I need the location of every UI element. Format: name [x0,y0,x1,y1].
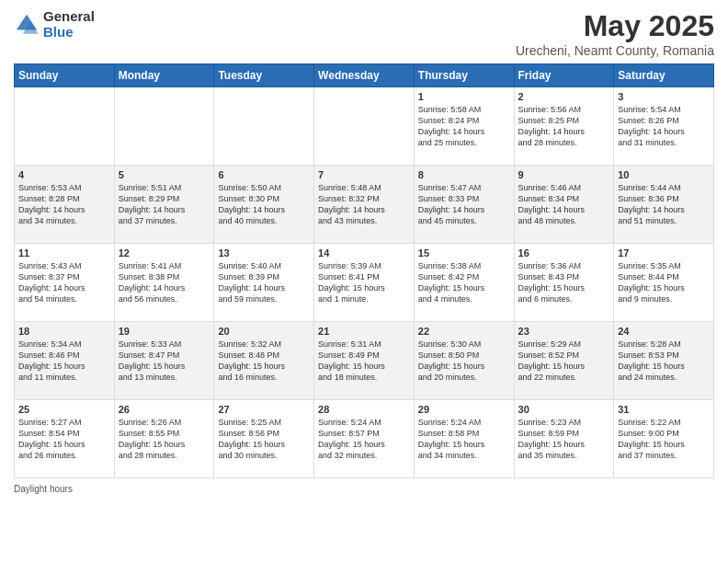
day-info: Sunrise: 5:23 AM Sunset: 8:59 PM Dayligh… [518,417,610,462]
day-info: Sunrise: 5:47 AM Sunset: 8:33 PM Dayligh… [418,182,510,227]
day-number: 29 [418,404,510,415]
day-number: 9 [518,169,610,180]
day-number: 8 [418,169,510,180]
calendar-cell: 29Sunrise: 5:24 AM Sunset: 8:58 PM Dayli… [414,400,514,478]
calendar-cell: 2Sunrise: 5:56 AM Sunset: 8:25 PM Daylig… [514,87,614,166]
day-info: Sunrise: 5:36 AM Sunset: 8:43 PM Dayligh… [518,260,610,305]
title-block: May 2025 Urecheni, Neamt County, Romania [516,9,714,58]
calendar-cell: 20Sunrise: 5:32 AM Sunset: 8:48 PM Dayli… [214,322,314,400]
calendar-cell: 9Sunrise: 5:46 AM Sunset: 8:34 PM Daylig… [514,166,614,244]
day-number: 21 [318,326,410,337]
day-number: 6 [218,169,310,180]
day-info: Sunrise: 5:31 AM Sunset: 8:49 PM Dayligh… [318,339,410,384]
calendar-cell: 16Sunrise: 5:36 AM Sunset: 8:43 PM Dayli… [514,244,614,322]
calendar-cell: 25Sunrise: 5:27 AM Sunset: 8:54 PM Dayli… [15,400,115,478]
day-info: Sunrise: 5:53 AM Sunset: 8:28 PM Dayligh… [18,182,110,227]
week-row-2: 4Sunrise: 5:53 AM Sunset: 8:28 PM Daylig… [15,166,714,244]
day-number: 26 [119,404,210,415]
day-info: Sunrise: 5:34 AM Sunset: 8:46 PM Dayligh… [18,339,110,384]
day-number: 11 [18,247,110,259]
calendar-cell: 1Sunrise: 5:58 AM Sunset: 8:24 PM Daylig… [414,87,514,166]
calendar-table: SundayMondayTuesdayWednesdayThursdayFrid… [14,63,714,478]
day-info: Sunrise: 5:46 AM Sunset: 8:34 PM Dayligh… [518,182,610,227]
week-row-4: 18Sunrise: 5:34 AM Sunset: 8:46 PM Dayli… [15,322,714,400]
weekday-row: SundayMondayTuesdayWednesdayThursdayFrid… [15,64,714,87]
day-number: 5 [119,169,210,180]
logo-icon [14,12,40,38]
day-number: 23 [518,326,610,337]
calendar-header: SundayMondayTuesdayWednesdayThursdayFrid… [15,64,714,87]
day-info: Sunrise: 5:38 AM Sunset: 8:42 PM Dayligh… [418,260,510,305]
weekday-header-wednesday: Wednesday [314,64,415,87]
day-info: Sunrise: 5:26 AM Sunset: 8:55 PM Dayligh… [119,417,210,462]
calendar-cell: 18Sunrise: 5:34 AM Sunset: 8:46 PM Dayli… [15,322,115,400]
calendar-body: 1Sunrise: 5:58 AM Sunset: 8:24 PM Daylig… [15,87,714,478]
day-number: 1 [418,91,510,102]
calendar-cell: 28Sunrise: 5:24 AM Sunset: 8:57 PM Dayli… [314,400,415,478]
day-info: Sunrise: 5:54 AM Sunset: 8:26 PM Dayligh… [618,104,710,149]
calendar-cell: 17Sunrise: 5:35 AM Sunset: 8:44 PM Dayli… [614,244,714,322]
day-number: 3 [618,91,710,102]
day-number: 4 [18,169,110,180]
day-info: Sunrise: 5:35 AM Sunset: 8:44 PM Dayligh… [618,260,710,305]
calendar-cell: 6Sunrise: 5:50 AM Sunset: 8:30 PM Daylig… [214,166,314,244]
calendar-cell: 13Sunrise: 5:40 AM Sunset: 8:39 PM Dayli… [214,244,314,322]
day-number: 27 [218,404,310,415]
day-number: 17 [618,247,710,259]
main-title: May 2025 [516,9,714,43]
day-info: Sunrise: 5:41 AM Sunset: 8:38 PM Dayligh… [119,260,210,305]
day-info: Sunrise: 5:28 AM Sunset: 8:53 PM Dayligh… [618,339,710,384]
day-info: Sunrise: 5:40 AM Sunset: 8:39 PM Dayligh… [218,260,310,305]
day-number: 30 [518,404,610,415]
week-row-3: 11Sunrise: 5:43 AM Sunset: 8:37 PM Dayli… [15,244,714,322]
logo-general-text: General [43,9,95,25]
day-number: 13 [218,247,310,259]
calendar-cell [15,87,115,166]
day-info: Sunrise: 5:56 AM Sunset: 8:25 PM Dayligh… [518,104,610,149]
calendar-cell: 7Sunrise: 5:48 AM Sunset: 8:32 PM Daylig… [314,166,415,244]
day-number: 19 [119,326,210,337]
calendar-cell: 12Sunrise: 5:41 AM Sunset: 8:38 PM Dayli… [114,244,214,322]
weekday-header-friday: Friday [514,64,614,87]
calendar-cell: 23Sunrise: 5:29 AM Sunset: 8:52 PM Dayli… [514,322,614,400]
day-number: 20 [218,326,310,337]
day-info: Sunrise: 5:25 AM Sunset: 8:56 PM Dayligh… [218,417,310,462]
week-row-1: 1Sunrise: 5:58 AM Sunset: 8:24 PM Daylig… [15,87,714,166]
calendar-cell: 11Sunrise: 5:43 AM Sunset: 8:37 PM Dayli… [15,244,115,322]
calendar-cell: 10Sunrise: 5:44 AM Sunset: 8:36 PM Dayli… [614,166,714,244]
day-info: Sunrise: 5:39 AM Sunset: 8:41 PM Dayligh… [318,260,410,305]
daylight-label: Daylight hours [14,484,73,494]
day-number: 12 [119,247,210,259]
calendar-cell: 21Sunrise: 5:31 AM Sunset: 8:49 PM Dayli… [314,322,415,400]
logo-blue-text: Blue [43,25,95,40]
day-info: Sunrise: 5:58 AM Sunset: 8:24 PM Dayligh… [418,104,510,149]
calendar-cell: 3Sunrise: 5:54 AM Sunset: 8:26 PM Daylig… [614,87,714,166]
day-info: Sunrise: 5:48 AM Sunset: 8:32 PM Dayligh… [318,182,410,227]
page: General Blue May 2025 Urecheni, Neamt Co… [0,0,728,563]
calendar-cell: 19Sunrise: 5:33 AM Sunset: 8:47 PM Dayli… [114,322,214,400]
day-info: Sunrise: 5:30 AM Sunset: 8:50 PM Dayligh… [418,339,510,384]
week-row-5: 25Sunrise: 5:27 AM Sunset: 8:54 PM Dayli… [15,400,714,478]
weekday-header-tuesday: Tuesday [214,64,314,87]
day-number: 24 [618,326,710,337]
day-number: 31 [618,404,710,415]
calendar-cell: 22Sunrise: 5:30 AM Sunset: 8:50 PM Dayli… [414,322,514,400]
calendar-cell: 27Sunrise: 5:25 AM Sunset: 8:56 PM Dayli… [214,400,314,478]
calendar-cell: 26Sunrise: 5:26 AM Sunset: 8:55 PM Dayli… [114,400,214,478]
day-info: Sunrise: 5:50 AM Sunset: 8:30 PM Dayligh… [218,182,310,227]
calendar-cell [114,87,214,166]
day-number: 2 [518,91,610,102]
header: General Blue May 2025 Urecheni, Neamt Co… [14,9,714,58]
day-number: 22 [418,326,510,337]
day-info: Sunrise: 5:22 AM Sunset: 9:00 PM Dayligh… [618,417,710,462]
day-number: 7 [318,169,410,180]
day-number: 15 [418,247,510,259]
footer: Daylight hours [14,484,714,494]
calendar-cell [214,87,314,166]
day-number: 18 [18,326,110,337]
logo: General Blue [14,9,95,40]
day-info: Sunrise: 5:29 AM Sunset: 8:52 PM Dayligh… [518,339,610,384]
weekday-header-sunday: Sunday [15,64,115,87]
logo-text: General Blue [43,9,95,40]
weekday-header-monday: Monday [114,64,214,87]
